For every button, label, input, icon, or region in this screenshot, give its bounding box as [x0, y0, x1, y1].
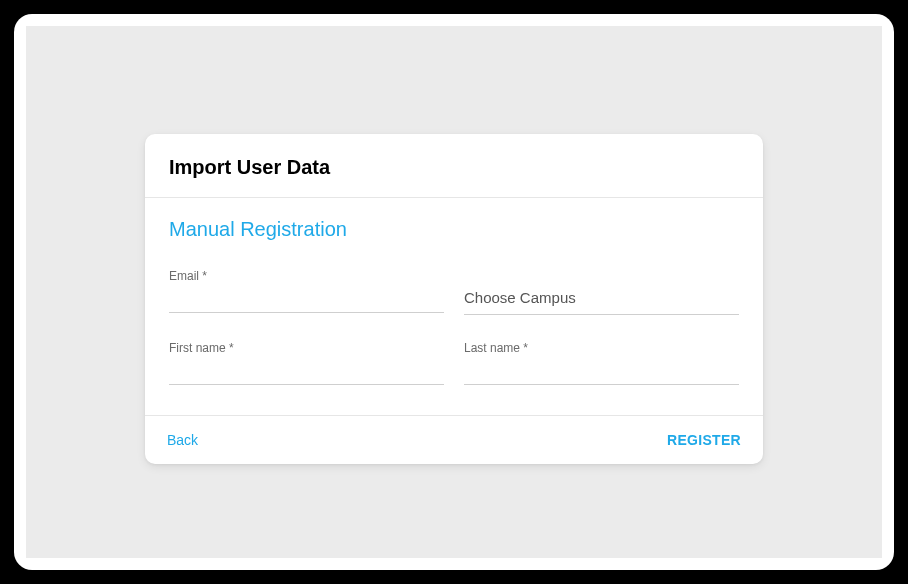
first-name-label: First name * — [169, 341, 444, 355]
card-header: Import User Data — [145, 134, 763, 198]
campus-field-wrapper: Choose Campus — [464, 269, 739, 315]
first-name-field-wrapper: First name * — [169, 341, 444, 385]
card-body: Manual Registration Email * Choose Campu… — [145, 198, 763, 415]
section-title: Manual Registration — [169, 218, 739, 241]
form-grid: Email * Choose Campus First name * Last … — [169, 269, 739, 385]
import-user-card: Import User Data Manual Registration Ema… — [145, 134, 763, 464]
card-footer: Back REGISTER — [145, 415, 763, 464]
register-button[interactable]: REGISTER — [667, 432, 741, 448]
email-field-wrapper: Email * — [169, 269, 444, 315]
campus-select[interactable]: Choose Campus — [464, 285, 739, 315]
outer-frame: Import User Data Manual Registration Ema… — [14, 14, 894, 570]
last-name-field[interactable] — [464, 359, 739, 385]
page-background: Import User Data Manual Registration Ema… — [26, 26, 882, 558]
email-field[interactable] — [169, 287, 444, 313]
back-button[interactable]: Back — [167, 432, 198, 448]
first-name-field[interactable] — [169, 359, 444, 385]
last-name-field-wrapper: Last name * — [464, 341, 739, 385]
card-title: Import User Data — [169, 156, 739, 179]
last-name-label: Last name * — [464, 341, 739, 355]
email-label: Email * — [169, 269, 444, 283]
